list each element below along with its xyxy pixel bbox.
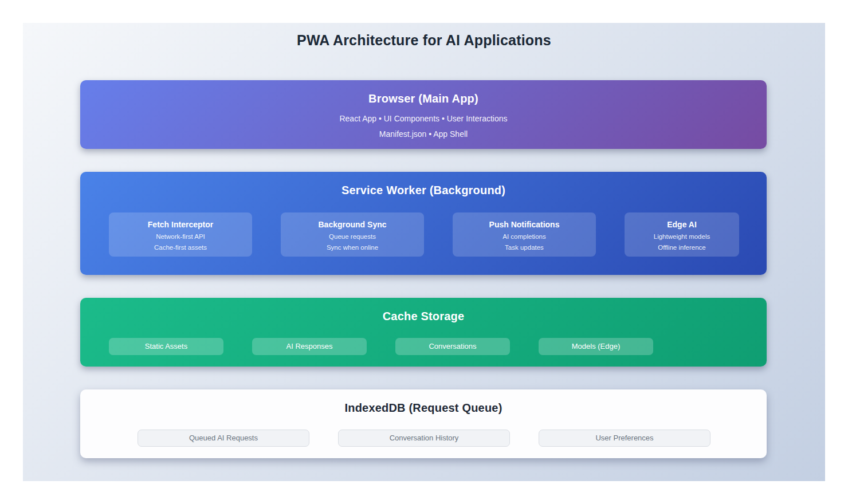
pill-static-assets: Static Assets — [109, 338, 223, 355]
layer-service-worker-title: Service Worker (Background) — [80, 172, 767, 197]
service-worker-modules: Fetch Interceptor Network-first API Cach… — [109, 212, 739, 257]
module-line: AI completions — [453, 233, 596, 240]
pill-ai-responses: AI Responses — [252, 338, 367, 355]
layer-cache-storage: Cache Storage Static Assets AI Responses… — [80, 298, 767, 367]
module-line: Task updates — [453, 244, 596, 251]
module-line: Network-first API — [109, 233, 252, 240]
browser-shell-line: Manifest.json • App Shell — [80, 129, 767, 139]
module-push-notifications: Push Notifications AI completions Task u… — [453, 212, 596, 257]
layer-service-worker: Service Worker (Background) Fetch Interc… — [80, 172, 767, 275]
pill-queued-ai-requests: Queued AI Requests — [138, 430, 309, 447]
module-line: Queue requests — [281, 233, 424, 240]
diagram-panel: PWA Architecture for AI Applications Bro… — [23, 23, 825, 481]
browser-components-line: React App • UI Components • User Interac… — [80, 114, 767, 123]
module-line: Sync when online — [281, 244, 424, 251]
pill-conversation-history: Conversation History — [338, 430, 510, 447]
layer-browser: Browser (Main App) React App • UI Compon… — [80, 80, 767, 149]
module-edge-ai: Edge AI Lightweight models Offline infer… — [625, 212, 739, 257]
module-background-sync: Background Sync Queue requests Sync when… — [281, 212, 424, 257]
layer-indexeddb-title: IndexedDB (Request Queue) — [80, 389, 767, 415]
module-title: Push Notifications — [453, 212, 596, 229]
pill-user-preferences: User Preferences — [539, 430, 710, 447]
layer-browser-title: Browser (Main App) — [80, 80, 767, 105]
module-title: Fetch Interceptor — [109, 212, 252, 229]
module-fetch-interceptor: Fetch Interceptor Network-first API Cach… — [109, 212, 252, 257]
pill-models-edge: Models (Edge) — [539, 338, 653, 355]
page-title: PWA Architecture for AI Applications — [23, 23, 825, 49]
cache-storage-pills: Static Assets AI Responses Conversations… — [109, 338, 653, 355]
indexeddb-pills: Queued AI Requests Conversation History … — [138, 430, 710, 447]
pill-conversations: Conversations — [395, 338, 510, 355]
module-line: Cache-first assets — [109, 244, 252, 251]
module-title: Edge AI — [625, 212, 739, 229]
module-line: Lightweight models — [625, 233, 739, 240]
module-title: Background Sync — [281, 212, 424, 229]
module-line: Offline inference — [625, 244, 739, 251]
layer-cache-storage-title: Cache Storage — [80, 298, 767, 323]
layer-indexeddb: IndexedDB (Request Queue) Queued AI Requ… — [80, 389, 767, 458]
